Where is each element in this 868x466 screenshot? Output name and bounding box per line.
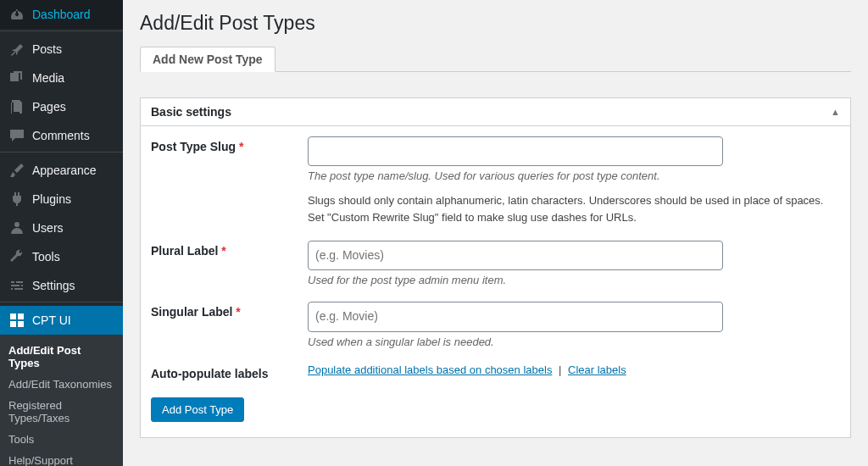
plural-input[interactable]: [308, 241, 723, 270]
submenu-add-edit-taxonomies[interactable]: Add/Edit Taxonomies: [0, 374, 123, 395]
comment-icon: [8, 127, 25, 144]
svg-rect-2: [10, 321, 16, 327]
basic-settings-panel: Basic settings ▲ Post Type Slug * The po…: [140, 97, 851, 438]
wrench-icon: [8, 248, 25, 265]
media-icon: [8, 69, 25, 86]
tab-bar: Add New Post Type: [140, 47, 851, 72]
cptui-icon: [8, 312, 25, 329]
admin-sidebar: Dashboard Posts Media Pages Comments App…: [0, 0, 123, 466]
sliders-icon: [8, 277, 25, 294]
sidebar-item-label: Pages: [32, 100, 66, 114]
user-icon: [8, 219, 25, 236]
sidebar-item-tools[interactable]: Tools: [0, 242, 123, 271]
slug-input[interactable]: [308, 136, 723, 166]
populate-labels-link[interactable]: Populate additional labels based on chos…: [308, 363, 552, 376]
sidebar-item-label: Users: [32, 221, 64, 235]
panel-title: Basic settings: [151, 105, 231, 119]
submenu-add-edit-post-types[interactable]: Add/Edit Post Types: [0, 340, 123, 374]
slug-label: Post Type Slug *: [151, 136, 308, 153]
sidebar-item-label: Settings: [32, 279, 75, 292]
panel-header[interactable]: Basic settings ▲: [141, 98, 850, 126]
singular-input[interactable]: [308, 302, 723, 331]
pages-icon: [8, 98, 25, 115]
sidebar-item-cptui[interactable]: CPT UI: [0, 306, 123, 335]
link-separator: |: [555, 363, 565, 376]
slug-info: Slugs should only contain alphanumeric, …: [308, 192, 840, 225]
plural-label: Plural Label *: [151, 241, 308, 258]
add-post-type-button[interactable]: Add Post Type: [151, 397, 244, 422]
sidebar-item-label: Media: [32, 71, 64, 85]
singular-label: Singular Label *: [151, 302, 308, 319]
sidebar-item-label: CPT UI: [32, 313, 71, 327]
sidebar-item-media[interactable]: Media: [0, 64, 123, 92]
dashboard-icon: [8, 6, 25, 23]
sidebar-item-appearance[interactable]: Appearance: [0, 156, 123, 185]
sidebar-item-comments[interactable]: Comments: [0, 121, 123, 150]
submenu-help-support[interactable]: Help/Support: [0, 450, 123, 466]
clear-labels-link[interactable]: Clear labels: [568, 363, 626, 376]
sidebar-item-label: Posts: [32, 42, 62, 56]
pin-icon: [8, 41, 25, 58]
main-content: Add/Edit Post Types Add New Post Type Ba…: [123, 0, 868, 466]
svg-rect-0: [10, 313, 16, 319]
sidebar-item-label: Comments: [32, 129, 90, 142]
autopopulate-label: Auto-populate labels: [151, 363, 308, 380]
sidebar-item-users[interactable]: Users: [0, 214, 123, 242]
sidebar-item-label: Dashboard: [32, 8, 91, 21]
slug-desc: The post type name/slug. Used for variou…: [308, 169, 840, 182]
submenu-tools[interactable]: Tools: [0, 429, 123, 450]
sidebar-item-posts[interactable]: Posts: [0, 35, 123, 64]
sidebar-item-plugins[interactable]: Plugins: [0, 185, 123, 214]
plural-desc: Used for the post type admin menu item.: [308, 274, 840, 286]
brush-icon: [8, 162, 25, 179]
panel-toggle-icon[interactable]: ▲: [831, 107, 840, 117]
singular-desc: Used when a singular label is needed.: [308, 336, 840, 348]
cptui-submenu: Add/Edit Post Types Add/Edit Taxonomies …: [0, 335, 123, 466]
svg-rect-1: [18, 313, 24, 319]
page-title: Add/Edit Post Types: [140, 12, 851, 35]
svg-rect-3: [18, 321, 24, 327]
sidebar-item-pages[interactable]: Pages: [0, 92, 123, 121]
sidebar-item-label: Appearance: [32, 164, 97, 177]
sidebar-item-label: Plugins: [32, 192, 71, 206]
tab-add-new-post-type[interactable]: Add New Post Type: [140, 47, 275, 72]
sidebar-item-dashboard[interactable]: Dashboard: [0, 0, 123, 29]
sidebar-item-label: Tools: [32, 250, 60, 264]
submenu-registered-types[interactable]: Registered Types/Taxes: [0, 395, 123, 429]
plug-icon: [8, 191, 25, 208]
sidebar-item-settings[interactable]: Settings: [0, 271, 123, 300]
